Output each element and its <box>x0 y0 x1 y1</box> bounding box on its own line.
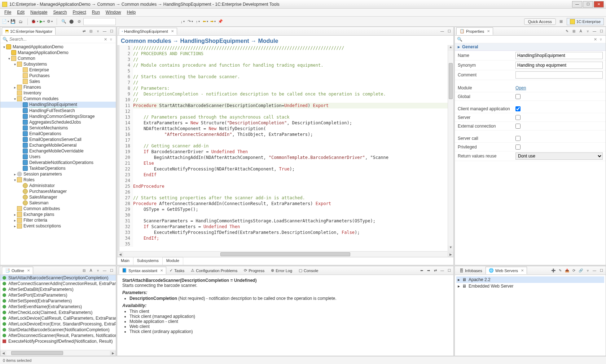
editor-maximize-button[interactable]: ☐ <box>446 28 452 34</box>
prop-clear-button[interactable]: ✕ <box>592 37 598 42</box>
menu-edit[interactable]: Edit <box>14 9 27 16</box>
tab-main[interactable]: Main <box>117 257 133 265</box>
prop-section-general[interactable]: ▸General <box>455 43 606 51</box>
outline-item[interactable]: AfterLockDeviceError(Error, StandardProc… <box>0 321 116 327</box>
tree-item[interactable]: ▾ManagedApplicationDemo <box>0 44 116 50</box>
webservers-tab[interactable]: 🌐Web Servers✕ <box>486 267 527 274</box>
prop-server-checkbox[interactable] <box>515 115 521 120</box>
outline-item[interactable]: StartDetachBarcodeScanner(NotificationCo… <box>0 327 116 333</box>
prop-ext-checkbox[interactable] <box>515 124 521 129</box>
minimize-panel-button[interactable]: — <box>102 28 107 34</box>
outline-item[interactable]: AfterCheckLock(Claimed, ExtraParameters) <box>0 310 116 315</box>
prop-global-checkbox[interactable] <box>515 94 521 99</box>
outline-item[interactable]: AfterLockDevice(CallResult, CallParamete… <box>0 315 116 321</box>
tree-item[interactable]: Purchases <box>0 73 116 79</box>
toggle-bp-button[interactable]: ⬤ <box>68 18 75 25</box>
forward-button[interactable]: ➡ <box>210 18 216 25</box>
save-button[interactable]: 💾 <box>10 18 16 25</box>
outline-min-button[interactable]: — <box>102 268 107 274</box>
properties-filter[interactable] <box>464 37 592 42</box>
tree-item[interactable]: ▸Event subscriptions <box>0 223 116 229</box>
errorlog-tab[interactable]: ⊗Error Log <box>268 267 295 274</box>
webserver-item[interactable]: ▸🖥Embedded Web Server <box>456 283 604 289</box>
prop-max-button[interactable]: ☐ <box>598 28 604 34</box>
tree-item[interactable]: ▸Finances <box>0 84 116 90</box>
tree-item[interactable]: ServiceMechanisms <box>0 125 116 131</box>
outline-hide-button[interactable]: ⊟ <box>81 268 87 274</box>
close-properties-icon[interactable]: ✕ <box>487 29 490 33</box>
link-editor-button[interactable]: ⇄ <box>81 28 87 34</box>
new-button[interactable]: 📄 <box>2 18 9 25</box>
prop-rvr-select[interactable]: Dont use <box>515 152 603 160</box>
tree-item[interactable]: ExchangeMobileOverridable <box>0 148 116 154</box>
perspective-1c[interactable]: 1C:Enterprise <box>567 18 604 25</box>
tree-item[interactable]: HandlingFullTextSearch <box>0 108 116 114</box>
clear-search-button[interactable]: ✕ <box>102 37 109 42</box>
navigate-field[interactable] <box>83 18 116 25</box>
tab-subsystems[interactable]: Subsystems <box>133 257 163 265</box>
prop-priv-checkbox[interactable] <box>515 145 521 150</box>
ib-refresh-button[interactable]: ⟳ <box>571 268 577 274</box>
search-button[interactable]: 🔍 <box>61 18 67 25</box>
tree-item[interactable]: HandlingCommonSettingsStorage <box>0 114 116 119</box>
skip-bp-button[interactable]: ⊘ <box>76 18 82 25</box>
close-button[interactable]: ✕ <box>594 1 604 8</box>
navigator-search[interactable] <box>9 37 102 42</box>
outline-menu-button[interactable]: ▿ <box>95 268 101 274</box>
view-menu-button[interactable]: ▿ <box>95 28 101 34</box>
prop-min-button[interactable]: — <box>592 28 597 34</box>
tree-item[interactable]: ▸Filter criteria <box>0 217 116 223</box>
tree-item[interactable]: PurchasesManager <box>0 188 116 194</box>
syntax-min-button[interactable]: — <box>439 268 445 274</box>
run-button[interactable]: ▶ <box>39 18 45 25</box>
ib-min-button[interactable]: — <box>592 268 597 274</box>
tree-item[interactable]: ▾Roles <box>0 177 116 183</box>
step-over-button[interactable]: ↷ <box>187 18 193 25</box>
prop-alpha-button[interactable]: A <box>578 28 584 34</box>
outline-sort-button[interactable]: A <box>88 268 94 274</box>
scroll-thumb[interactable] <box>449 63 453 99</box>
tree-item[interactable]: DeliverableNotificationOperations <box>0 160 116 165</box>
prop-filter-menu[interactable]: ▿ <box>598 37 603 42</box>
webserver-item[interactable]: ▸🖥Apache 2.2 <box>456 276 604 283</box>
outline-item[interactable]: StartAttachBarcodeScanner(DescriptionCom… <box>0 275 116 281</box>
syntax-max-button[interactable]: ☐ <box>446 268 452 274</box>
outline-item[interactable]: AfterDisconnectScanner(Result, Parameter… <box>0 333 116 338</box>
tree-item[interactable]: ExchangeMobileGeneral <box>0 142 116 148</box>
tree-item[interactable]: ▸Session parameters <box>0 171 116 177</box>
syntax-fwd-button[interactable]: ➡ <box>426 268 431 274</box>
menu-search[interactable]: Search <box>50 9 70 16</box>
maximize-button[interactable]: ☐ <box>583 1 593 8</box>
code-editor[interactable]: 1///////////////////////////////////////… <box>117 45 453 251</box>
ib-menu-button[interactable]: ▿ <box>585 268 590 274</box>
outline-hscroll[interactable]: ◀▶ <box>0 350 116 356</box>
editor-tab[interactable]: HandlingShopEquipment ✕ <box>119 28 177 35</box>
tree-item[interactable]: SalesManager <box>0 194 116 200</box>
tree-item[interactable]: Enterprise <box>0 67 116 73</box>
prop-cma-checkbox[interactable] <box>515 106 521 111</box>
external-tools-button[interactable]: ⚙ <box>47 18 53 25</box>
outline-item[interactable]: AfterSetEventName(ExtraParameters) <box>0 304 116 310</box>
maximize-panel-button[interactable]: ☐ <box>109 28 114 34</box>
ib-max-button[interactable]: ☐ <box>598 268 604 274</box>
close-tab-icon[interactable]: ✕ <box>171 29 174 33</box>
prop-new-button[interactable]: ✎ <box>564 28 570 34</box>
outline-list[interactable]: StartAttachBarcodeScanner(DescriptionCom… <box>0 275 116 350</box>
tree-item[interactable]: ManagedApplicationDemo <box>0 50 116 56</box>
tree-item[interactable]: Sales <box>0 79 116 84</box>
tree-item[interactable]: EmailOperationsServerCall <box>0 137 116 142</box>
tree-item[interactable]: Inventory <box>0 90 116 96</box>
step-out-button[interactable]: ↑ <box>194 18 201 25</box>
tasks-tab[interactable]: ✓Tasks <box>166 267 188 274</box>
menu-project[interactable]: Project <box>70 9 89 16</box>
pin-button[interactable]: 📌 <box>217 18 224 25</box>
ib-edit-button[interactable]: ✎ <box>557 268 563 274</box>
editor-minimize-button[interactable]: — <box>439 28 445 34</box>
horizontal-scrollbar[interactable]: ◀▶ <box>117 251 453 257</box>
outline-item[interactable]: AfterConnectScannerAddIn(ConnectionResul… <box>0 281 116 287</box>
tab-module[interactable]: Module <box>163 257 183 265</box>
webservers-list[interactable]: ▸🖥Apache 2.2▸🖥Embedded Web Server <box>455 275 606 356</box>
minimize-button[interactable]: — <box>572 1 582 8</box>
prop-module-open[interactable]: Open <box>515 85 526 90</box>
tree-item[interactable]: Salesman <box>0 200 116 206</box>
